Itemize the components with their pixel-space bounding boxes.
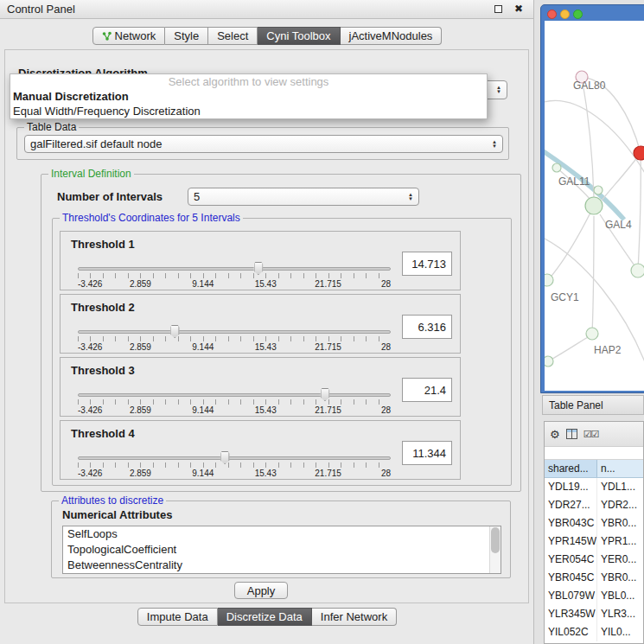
table-data-value: galFiltered.sif default node: [30, 137, 488, 150]
combo-arrows-icon: ▲▼: [492, 140, 497, 149]
num-intervals-label: Number of Intervals: [57, 190, 163, 203]
slider-track[interactable]: [78, 456, 391, 460]
cell-name: YBR0...: [597, 514, 643, 532]
column-header-name[interactable]: n...: [597, 460, 643, 477]
threshold-1-value[interactable]: 14.713: [402, 252, 452, 276]
tab-impute-data[interactable]: Impute Data: [137, 608, 218, 626]
cell-shared-name: YIL052C: [545, 623, 597, 641]
tick-label: 2.859: [130, 279, 151, 289]
network-edge: [638, 153, 641, 271]
tab-label: Infer Network: [321, 610, 387, 623]
list-item[interactable]: SelfLoops: [63, 526, 501, 542]
table-row[interactable]: YBR045C YBR0...: [545, 569, 643, 587]
node-label-gal80: GAL80: [573, 80, 606, 92]
node-label-gal4: GAL4: [605, 219, 632, 231]
network-node[interactable]: [545, 356, 553, 367]
threshold-3-value[interactable]: 21.4: [402, 378, 452, 402]
columns-icon[interactable]: [566, 429, 577, 439]
column-header-shared-name[interactable]: shared...: [545, 460, 597, 477]
network-node[interactable]: [594, 186, 603, 194]
tab-jactivemnodules[interactable]: jActiveMNodules: [341, 27, 443, 45]
thresholds-group: Threshold's Coordinates for 5 Intervals …: [52, 218, 512, 486]
zoom-traffic-light-icon[interactable]: [573, 10, 583, 19]
threshold-2-value[interactable]: 6.316: [402, 315, 452, 339]
select-columns-icon[interactable]: ☑☑: [583, 429, 599, 440]
table-data-combobox[interactable]: galFiltered.sif default node ▲▼: [24, 135, 503, 153]
threshold-4-slider[interactable]: -3.426 2.859 9.144 15.43 21.715 28: [78, 450, 391, 478]
threshold-4-value[interactable]: 11.344: [402, 441, 452, 465]
attributes-list: SelfLoops TopologicalCoefficient Between…: [62, 526, 501, 574]
cyni-toolbox-content: Discretization Algorithm ▲▼ Select algor…: [4, 49, 529, 603]
bottom-tab-bar: Impute Data Discretize Data Infer Networ…: [0, 608, 534, 626]
table-row[interactable]: YPR145W YPR1...: [545, 532, 643, 551]
tab-infer-network[interactable]: Infer Network: [312, 608, 397, 626]
tick-label: -3.426: [78, 279, 102, 289]
cell-name: YER0...: [597, 551, 643, 569]
table-panel-header: Table Panel: [542, 395, 644, 415]
tab-select[interactable]: Select: [208, 27, 258, 45]
tick-label: -3.426: [78, 469, 102, 478]
panel-title: Control Panel: [0, 3, 75, 16]
threshold-3-slider[interactable]: -3.426 2.859 9.144 15.43 21.715 28: [78, 387, 391, 415]
tab-network[interactable]: Network: [92, 27, 166, 45]
close-icon[interactable]: ✖: [514, 3, 523, 15]
tab-label: Impute Data: [147, 610, 208, 623]
table-toolbar: ⚙ ☑☑: [545, 422, 643, 447]
dropdown-option-equal-width[interactable]: Equal Width/Frequency Discretization: [10, 104, 487, 118]
network-node[interactable]: [631, 264, 644, 277]
tab-style[interactable]: Style: [165, 27, 208, 45]
screen: Control Panel ✖ Network Style: [0, 0, 644, 644]
cell-shared-name: YDL19...: [545, 478, 597, 496]
cell-shared-name: YDR27...: [545, 496, 597, 514]
vertical-scrollbar[interactable]: [489, 526, 501, 573]
cell-name: YPR1...: [597, 532, 643, 551]
list-item[interactable]: BetweennessCentrality: [63, 558, 501, 573]
table-row[interactable]: YLR345W YLR3...: [545, 605, 643, 623]
network-view-window: GAL80 GAL11 GAL4 GCY1 HAP2: [540, 4, 644, 393]
network-canvas[interactable]: GAL80 GAL11 GAL4 GCY1 HAP2: [545, 21, 644, 391]
network-edge: [592, 216, 594, 334]
dropdown-option-manual[interactable]: Manual Discretization: [10, 89, 487, 104]
table-row[interactable]: YBL079W YBL0...: [545, 587, 643, 605]
tab-cyni-toolbox[interactable]: Cyni Toolbox: [258, 27, 340, 45]
tab-discretize-data[interactable]: Discretize Data: [218, 608, 312, 626]
threshold-4-label: Threshold 4: [71, 427, 135, 440]
table-row[interactable]: YIL052C YIL0...: [545, 623, 643, 641]
apply-button[interactable]: Apply: [234, 582, 288, 599]
slider-track[interactable]: [78, 330, 391, 334]
minimize-traffic-light-icon[interactable]: [560, 10, 570, 19]
scrollbar-thumb[interactable]: [491, 527, 500, 553]
close-traffic-light-icon[interactable]: [547, 10, 557, 19]
threshold-2-slider[interactable]: -3.426 2.859 9.144 15.43 21.715 28: [78, 324, 391, 352]
float-window-icon[interactable]: [494, 5, 502, 13]
table-row[interactable]: YDL19... YDL1...: [545, 478, 643, 496]
node-highlighted[interactable]: [634, 146, 644, 160]
threshold-4-panel: Threshold 4 -3.426 2.859 9.144 15.43 21.…: [60, 420, 461, 480]
node-gcy1[interactable]: [545, 274, 553, 286]
list-item[interactable]: TopologicalCoefficient: [63, 542, 501, 558]
table-row[interactable]: YDR27... YDR2...: [545, 496, 643, 514]
cell-name: YBR0...: [597, 569, 643, 587]
tick-label: 9.144: [192, 279, 214, 289]
interval-definition-group: Interval Definition Number of Intervals …: [41, 174, 521, 492]
cell-shared-name: YLR345W: [545, 605, 597, 623]
table-row[interactable]: YBR043C YBR0...: [545, 514, 643, 532]
tick-label: 21.715: [315, 342, 341, 352]
threshold-2-panel: Threshold 2 -3.426 2.859 9.144 15.43 21.…: [60, 294, 461, 354]
node-hap2[interactable]: [586, 328, 598, 340]
tick-label: -3.426: [78, 342, 102, 352]
table-row[interactable]: YER054C YER0...: [545, 551, 643, 569]
num-intervals-combobox[interactable]: 5 ▲▼: [188, 188, 419, 206]
tick-label: 28: [381, 469, 391, 478]
dropdown-placeholder: Select algorithm to view settings: [10, 74, 487, 89]
slider-track[interactable]: [78, 267, 391, 271]
node-gal11[interactable]: [552, 163, 561, 172]
threshold-1-slider[interactable]: -3.426 2.859 9.144 15.43 21.715 28: [78, 261, 391, 289]
gear-icon[interactable]: ⚙: [550, 429, 560, 440]
node-gal4[interactable]: [585, 197, 603, 214]
slider-track[interactable]: [78, 393, 391, 397]
attributes-group: Attributes to discretize Numerical Attri…: [51, 501, 511, 578]
cell-shared-name: YPR145W: [545, 532, 597, 551]
tick-label: 21.715: [315, 405, 341, 415]
control-panel-titlebar: Control Panel ✖: [0, 0, 533, 19]
